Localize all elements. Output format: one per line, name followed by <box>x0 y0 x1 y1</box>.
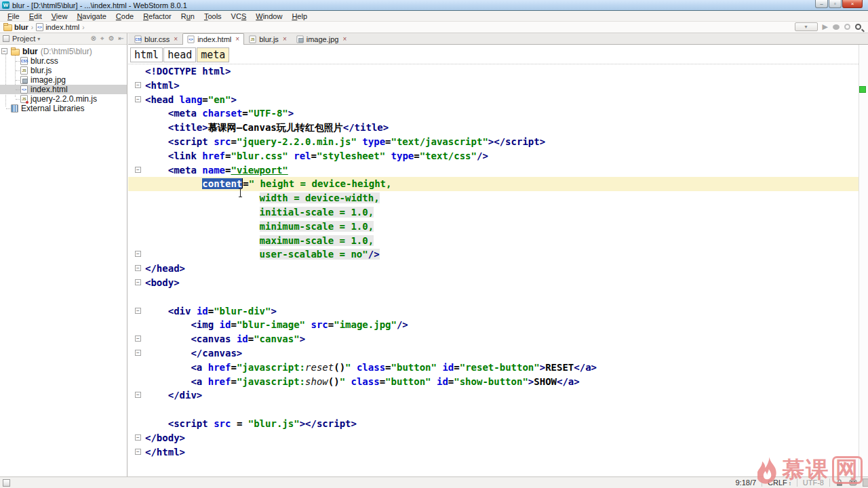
code-line[interactable]: <meta charset="UTF-8"> <box>128 106 868 121</box>
code-line[interactable]: − </canvas> <box>128 346 868 361</box>
code-line[interactable]: <!DOCTYPE html> <box>128 64 868 79</box>
collapse-expander-icon[interactable]: − <box>1 48 7 54</box>
minimize-button[interactable]: – <box>815 0 828 8</box>
menu-item-run[interactable]: Run <box>176 12 199 20</box>
code-line[interactable]: <a href="javascript:reset()" class="butt… <box>128 361 868 375</box>
code-token: "jquery-2.2.0.min.js" <box>237 136 357 147</box>
hector-inspections-icon[interactable] <box>849 479 857 487</box>
toolwindow-switcher-icon[interactable] <box>3 479 10 487</box>
close-button[interactable]: × <box>842 0 863 8</box>
tree-item-jquery-2-2-0-min-js[interactable]: JSjquery-2.2.0.min.js <box>0 94 127 104</box>
tab-blur-js[interactable]: JSblur.js× <box>244 33 292 44</box>
menu-item-help[interactable]: Help <box>287 12 312 20</box>
code-line[interactable] <box>128 290 868 304</box>
run-icon[interactable]: ▶ <box>823 23 828 30</box>
code-line[interactable]: maximum-scale = 1.0, <box>128 234 868 248</box>
search-icon[interactable] <box>855 24 861 30</box>
tree-item-blur-css[interactable]: CSSblur.css <box>0 56 127 66</box>
tab-blur-css[interactable]: CSSblur.css× <box>130 33 182 44</box>
code-line[interactable]: − user-scalable = no"/> <box>128 247 868 262</box>
tab-image-jpg[interactable]: image.jpg× <box>292 33 352 44</box>
tree-item-image-jpg[interactable]: image.jpg <box>0 75 127 85</box>
breadcrumb-tag-html[interactable]: html <box>130 47 163 62</box>
code-line[interactable]: <link href="blur.css" rel="stylesheet" t… <box>128 149 868 163</box>
file-encoding[interactable]: UTF-8 <box>803 479 824 487</box>
close-tab-icon[interactable]: × <box>342 36 347 43</box>
code-line[interactable]: minimum-scale = 1.0, <box>128 220 868 234</box>
scroll-from-source-icon[interactable]: ⌖ <box>100 35 104 43</box>
fold-end-icon[interactable]: − <box>135 350 141 356</box>
menu-item-refactor[interactable]: Refactor <box>138 12 176 20</box>
menu-item-vcs[interactable]: VCS <box>226 12 252 20</box>
fold-end-icon[interactable]: − <box>135 265 141 271</box>
code-line[interactable]: −</body> <box>128 431 868 445</box>
tab-index-html[interactable]: <>index.html× <box>182 33 244 45</box>
menu-item-tools[interactable]: Tools <box>199 12 226 20</box>
tree-item-blur-js[interactable]: JSblur.js <box>0 66 127 75</box>
fold-collapse-icon[interactable]: − <box>135 96 141 102</box>
hide-panel-icon[interactable]: ⇤ <box>119 35 124 43</box>
code-line[interactable]: initial-scale = 1.0, <box>128 205 868 220</box>
breadcrumb-tag-meta[interactable]: meta <box>197 47 229 62</box>
code-line[interactable]: <title>慕课网—Canvas玩儿转红包照片</title> <box>128 121 868 135</box>
code-line[interactable]: − <canvas id="canvas"> <box>128 332 868 346</box>
fold-end-icon[interactable]: − <box>135 434 141 441</box>
fold-collapse-icon[interactable]: − <box>135 167 141 173</box>
code-line[interactable]: − <div id="blur-div"> <box>128 304 868 319</box>
debug-icon[interactable] <box>833 24 840 30</box>
code-line[interactable]: <script src = "blur.js"></script> <box>128 417 868 431</box>
code-line[interactable]: −<html> <box>128 79 868 93</box>
title-bar[interactable]: W blur - [D:\html5\blur] - ...\index.htm… <box>0 0 868 11</box>
run-config-combo[interactable]: ▾ <box>795 22 818 31</box>
breadcrumb-index-html[interactable]: <>index.html <box>36 23 79 31</box>
code-line[interactable]: −</html> <box>128 445 868 460</box>
line-separator-widget[interactable]: CRLF↕ <box>768 479 791 487</box>
chevron-down-icon[interactable]: ▾ <box>37 36 40 42</box>
breadcrumb-blur[interactable]: blur <box>3 23 28 31</box>
menu-item-navigate[interactable]: Navigate <box>72 12 111 20</box>
menu-item-view[interactable]: View <box>47 12 73 20</box>
close-circle-icon[interactable]: ⊗ <box>91 35 96 43</box>
fold-end-icon[interactable]: − <box>135 449 141 455</box>
close-tab-icon[interactable]: × <box>283 36 287 43</box>
code-line[interactable] <box>128 403 868 417</box>
tree-item-blur[interactable]: −blur(D:\html5\blur) <box>0 47 127 56</box>
code-token: </canvas> <box>191 348 242 359</box>
menu-item-window[interactable]: Window <box>251 12 287 20</box>
gear-icon[interactable]: ⚙ <box>108 35 115 43</box>
menu-item-edit[interactable]: Edit <box>24 12 47 20</box>
code-token: = <box>385 136 391 147</box>
code-line[interactable]: − <meta name="viewport" <box>128 163 868 178</box>
menu-item-code[interactable]: Code <box>111 12 138 20</box>
code-line[interactable]: −<head lang="en"> <box>128 93 868 107</box>
code-line[interactable]: content=" height = device-height, <box>128 177 868 191</box>
code-line[interactable]: − </div> <box>128 388 868 403</box>
fold-collapse-icon[interactable]: − <box>135 279 141 285</box>
fold-end-icon[interactable]: − <box>135 251 141 257</box>
code-line[interactable]: −</head> <box>128 262 868 276</box>
lock-icon[interactable] <box>835 479 844 487</box>
fold-collapse-icon[interactable]: − <box>135 336 141 342</box>
inspection-status-indicator[interactable] <box>859 86 866 93</box>
menu-item-file[interactable]: File <box>3 12 24 20</box>
fold-collapse-icon[interactable]: − <box>135 82 141 88</box>
code-area[interactable]: <!DOCTYPE html>−<html>−<head lang="en"> … <box>128 64 868 476</box>
code-line[interactable]: <script src="jquery-2.2.0.min.js" type="… <box>128 135 868 149</box>
fold-collapse-icon[interactable]: − <box>135 308 141 314</box>
fold-end-icon[interactable]: − <box>135 392 141 398</box>
code-line[interactable]: <img id="blur-image" src="image.jpg"/> <box>128 318 868 332</box>
close-tab-icon[interactable]: × <box>235 36 239 43</box>
code-line[interactable]: width = device-width, <box>128 191 868 205</box>
tree-item-index-html[interactable]: <>index.html <box>0 85 127 94</box>
tree-item-external-libraries[interactable]: External Libraries <box>0 104 127 113</box>
tree-item-detail: (D:\html5\blur) <box>41 47 92 56</box>
code-line[interactable]: −<body> <box>128 276 868 290</box>
breadcrumb-tag-head[interactable]: head <box>163 47 196 62</box>
restore-button[interactable]: ▫ <box>829 0 842 8</box>
caret-position[interactable]: 9:18/7 <box>736 479 757 487</box>
coverage-icon[interactable] <box>844 24 850 30</box>
project-panel-title[interactable]: Project <box>12 35 35 43</box>
close-tab-icon[interactable]: × <box>174 36 178 43</box>
editor-scrollbar[interactable] <box>859 45 868 476</box>
code-line[interactable]: <a href="javascript:show()" class="butto… <box>128 375 868 389</box>
